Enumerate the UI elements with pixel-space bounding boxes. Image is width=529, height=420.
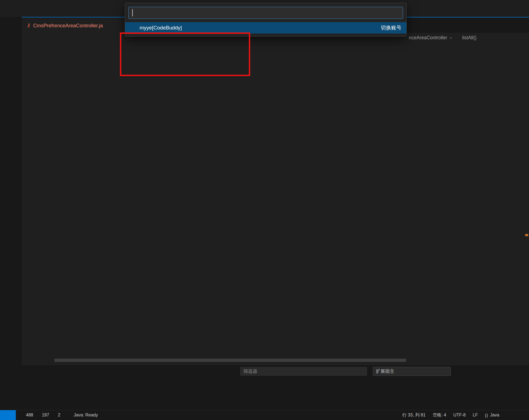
coffee-icon [67, 413, 72, 418]
encoding[interactable]: UTF-8 [453, 413, 465, 418]
output-console[interactable] [22, 378, 529, 410]
overview-ruler-warning-mark [525, 234, 528, 236]
maximize-panel-icon[interactable] [507, 368, 513, 374]
run-button[interactable] [487, 20, 493, 26]
notifications-bell-icon[interactable] [519, 413, 524, 418]
close-panel-icon[interactable] [519, 368, 525, 374]
codebuddy-quick-menu: myye[CodeBuddy] 切换账号 [125, 3, 407, 37]
warning-count: 197 [42, 413, 49, 418]
problems-status[interactable]: 488 197 2 [16, 410, 64, 420]
account-icon [130, 25, 137, 31]
bottom-panel: 扩展宿主 [22, 365, 529, 410]
account-name: myye[CodeBuddy] [140, 25, 378, 31]
tab-filename: CmsPrefrenceAreaController.ja [33, 23, 103, 29]
braces-icon: {} [485, 413, 488, 418]
info-count: 2 [58, 413, 60, 418]
breadcrumb-method: listAll() [462, 35, 477, 41]
editor-tab[interactable]: J CmsPrefrenceAreaController.ja [22, 18, 125, 33]
eol[interactable]: LF [473, 413, 478, 418]
vscode-logo-icon [4, 4, 13, 13]
output-filter[interactable] [240, 367, 367, 376]
more-actions-icon[interactable] [519, 20, 525, 26]
codebuddy-icon[interactable] [501, 20, 507, 26]
close-window-button[interactable] [512, 0, 529, 17]
lock-scroll-icon[interactable] [472, 368, 478, 374]
filter-icon[interactable] [359, 369, 364, 374]
output-settings-icon[interactable] [484, 368, 489, 374]
breadcrumb-tail[interactable]: nceAreaController > listAll() [409, 33, 476, 43]
quick-input[interactable] [128, 7, 403, 19]
code-editor[interactable] [22, 43, 529, 365]
account-row[interactable]: myye[CodeBuddy] 切换账号 [125, 22, 406, 34]
customize-layout-icon[interactable] [431, 5, 437, 11]
filter-input[interactable] [240, 369, 359, 374]
cursor-position[interactable]: 行 33, 列 81 [402, 412, 425, 418]
chevron-down-icon [443, 369, 448, 374]
output-channel-label: 扩展宿主 [376, 368, 394, 374]
activity-bar [0, 17, 22, 410]
titlebar-controls [428, 0, 529, 17]
panel-more-icon[interactable] [495, 368, 501, 374]
breadcrumb-separator: > [450, 35, 452, 40]
split-editor-icon[interactable] [510, 20, 516, 26]
vscode-window: J CmsPrefrenceAreaController.ja nceAreaC… [0, 0, 529, 420]
method-symbol-icon [455, 35, 460, 40]
remote-indicator[interactable] [0, 410, 16, 420]
switch-account-button[interactable]: 切换账号 [381, 24, 401, 31]
run-dropdown-icon[interactable] [494, 21, 498, 25]
output-actions-icon[interactable] [460, 368, 466, 374]
language-mode[interactable]: {}Java [485, 413, 499, 418]
editor-area: J CmsPrefrenceAreaController.ja nceAreaC… [22, 17, 529, 365]
errors-icon [19, 413, 24, 418]
output-channel-select[interactable]: 扩展宿主 [373, 367, 451, 376]
status-bar: 488 197 2 Java: Ready 行 33, 列 81 空格: 4 U… [0, 410, 529, 420]
codebuddy-status-icon[interactable] [506, 412, 512, 418]
warnings-icon [35, 413, 40, 418]
text-caret [132, 9, 133, 16]
panel-actions [460, 365, 525, 378]
breadcrumb-item: nceAreaController [409, 35, 447, 41]
indentation[interactable]: 空格: 4 [433, 412, 446, 418]
toggle-secondary-sidebar-icon[interactable] [469, 5, 475, 11]
java-status[interactable]: Java: Ready [64, 410, 101, 420]
toggle-sidebar-icon[interactable] [444, 5, 450, 11]
minimize-button[interactable] [478, 0, 495, 17]
editor-actions [487, 20, 525, 26]
info-icon [51, 413, 56, 418]
editor-horizontal-scrollbar[interactable] [55, 359, 406, 362]
error-count: 488 [26, 413, 33, 418]
maximize-button[interactable] [495, 0, 512, 17]
java-status-label: Java: Ready [74, 413, 98, 418]
java-file-icon: J [27, 23, 30, 29]
toggle-panel-icon[interactable] [457, 5, 463, 11]
